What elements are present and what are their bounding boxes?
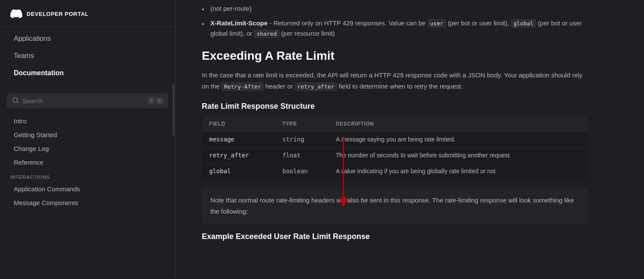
intro-bullet: • (not per-route) [202, 3, 588, 15]
example-title: Example Exceeded User Rate Limit Respons… [202, 232, 588, 241]
sidebar-divider [0, 27, 175, 27]
section-body-text3: field to determine when to retry the req… [339, 83, 463, 90]
scroll-indicator [173, 84, 174, 135]
user-value-code: user [428, 19, 446, 28]
svg-line-1 [17, 101, 18, 103]
retry-after-field-code: retry_after [295, 83, 337, 91]
table-row: messagestringA message saying you are be… [202, 132, 588, 147]
sidebar: DEVELOPER PORTAL Applications Teams Docu… [0, 0, 176, 279]
col-description: DESCRIPTION [329, 117, 588, 132]
shared-desc: (per resource limit) [281, 30, 335, 37]
sidebar-item-teams[interactable]: Teams [3, 48, 172, 64]
sidebar-item-intro[interactable]: Intro [3, 114, 172, 128]
search-label: Search [22, 97, 144, 104]
table-row: retry_afterfloatThe number of seconds to… [202, 147, 588, 163]
table-cell-field: global [202, 163, 276, 179]
interactions-section-label: INTERACTIONS [0, 169, 175, 182]
table-cell-field: retry_after [202, 147, 276, 163]
table-body: messagestringA message saying you are be… [202, 132, 588, 179]
main-content: • (not per-route) • X-RateLimit-Scope - … [176, 0, 644, 279]
table-cell-description: A message saying you are being rate limi… [329, 132, 588, 147]
sidebar-header: DEVELOPER PORTAL [0, 0, 175, 27]
table-row: globalbooleanA value indicating if you a… [202, 163, 588, 179]
sidebar-item-app-commands[interactable]: Application Commands [3, 182, 172, 196]
table-header: FIELD TYPE DESCRIPTION [202, 117, 588, 132]
table-cell-type: boolean [276, 163, 329, 179]
search-keyboard-shortcut: ⌘ K [148, 97, 163, 104]
section-body: In the case that a rate limit is exceede… [202, 70, 588, 92]
col-type: TYPE [276, 117, 329, 132]
table-header-row: FIELD TYPE DESCRIPTION [202, 117, 588, 132]
discord-logo-icon [10, 8, 22, 20]
col-field: FIELD [202, 117, 276, 132]
retry-after-header-code: Retry-After [222, 83, 264, 91]
sidebar-item-documentation[interactable]: Documentation [3, 65, 172, 81]
note-container: Note that normal route rate-limiting hea… [202, 188, 588, 224]
xratelimit-label: X-RateLimit-Scope [210, 19, 267, 27]
intro-bullet-text: (not per-route) [210, 3, 252, 14]
sidebar-item-message-components[interactable]: Message Components [3, 196, 172, 209]
table-cell-field: message [202, 132, 276, 147]
sidebar-item-reference[interactable]: Reference [3, 156, 172, 169]
table-cell-type: float [276, 147, 329, 163]
sidebar-item-change-log[interactable]: Change Log [3, 142, 172, 155]
sidebar-item-getting-started[interactable]: Getting Started [3, 128, 172, 141]
content-section: • (not per-route) • X-RateLimit-Scope - … [202, 3, 588, 241]
search-kbd-k: K [156, 97, 163, 104]
search-box[interactable]: Search ⌘ K [7, 93, 168, 108]
section-body-text2: header or [265, 83, 293, 90]
global-value-code: global [511, 19, 536, 28]
search-kbd-cmd: ⌘ [148, 97, 155, 104]
search-icon [12, 97, 19, 105]
table-cell-type: string [276, 132, 329, 147]
xratelimit-desc: - Returned only on HTTP 429 responses. V… [270, 19, 426, 27]
rate-limit-table: FIELD TYPE DESCRIPTION messagestringA me… [202, 116, 588, 179]
xratelimit-content: X-RateLimit-Scope - Returned only on HTT… [210, 18, 588, 39]
sidebar-item-applications[interactable]: Applications [3, 31, 172, 47]
section-title: Exceeding A Rate Limit [202, 49, 588, 63]
note-box: Note that normal route rate-limiting hea… [202, 188, 588, 224]
xratelimit-bullet: • X-RateLimit-Scope - Returned only on H… [202, 18, 588, 39]
table-cell-description: A value indicating if you are being glob… [329, 163, 588, 179]
table-cell-description: The number of seconds to wait before sub… [329, 147, 588, 163]
portal-title: DEVELOPER PORTAL [27, 11, 88, 17]
shared-value-code: shared [254, 30, 279, 38]
table-title: Rate Limit Response Structure [202, 102, 588, 111]
note-text: Note that normal route rate-limiting hea… [210, 195, 580, 217]
user-desc: (per bot or user limit), [448, 19, 511, 27]
